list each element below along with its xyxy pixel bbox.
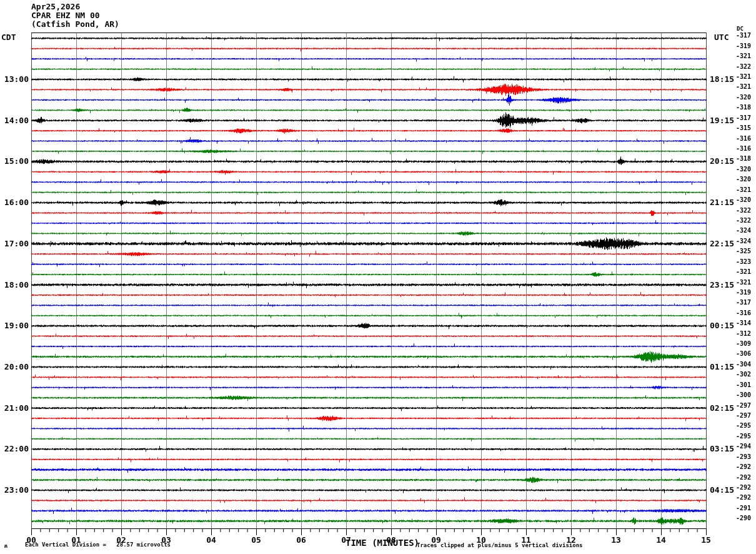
cdt-hour-label: 20:00 [0, 363, 29, 371]
dc-value: -314 [736, 320, 751, 326]
minute-tick-label: 06 [289, 536, 314, 544]
dc-value: -297 [736, 413, 751, 419]
dc-value: -322 [736, 218, 751, 224]
dc-value: -317 [736, 300, 751, 306]
dc-value: -324 [736, 228, 751, 234]
dc-value: -306 [736, 351, 751, 357]
dc-value: -293 [736, 454, 751, 460]
dc-value: -300 [736, 392, 751, 398]
dc-value: -291 [736, 505, 751, 511]
cdt-hour-label: 18:00 [0, 281, 29, 289]
right-timezone-label: UTC [714, 33, 729, 41]
dc-value: -290 [736, 515, 751, 521]
utc-hour-label: 19:15 [710, 116, 734, 124]
cdt-hour-label: 14:00 [0, 116, 29, 124]
minute-tick-label: 13 [604, 536, 629, 544]
helicorder-screen: Apr25,2026 CPAR EHZ NM 00 (Catfish Pond,… [0, 0, 756, 554]
minute-tick-label: 05 [244, 536, 269, 544]
dc-value: -317 [736, 33, 751, 39]
dc-value: -295 [736, 423, 751, 429]
dc-value: -320 [736, 176, 751, 183]
utc-hour-label: 04:15 [710, 486, 734, 494]
dc-value: -321 [736, 187, 751, 193]
cdt-hour-label: 19:00 [0, 321, 29, 330]
dc-value: -304 [736, 361, 751, 368]
dc-value: -321 [736, 280, 751, 286]
dc-value: -301 [736, 382, 751, 388]
dc-value: -315 [736, 125, 751, 131]
corner-mark: ʍ [4, 544, 7, 549]
utc-hour-label: 01:15 [710, 363, 734, 371]
dc-value: -321 [736, 53, 751, 59]
dc-value: -320 [736, 166, 751, 173]
dc-value: -319 [736, 43, 751, 49]
header-station: CPAR EHZ NM 00 [31, 11, 100, 19]
minute-tick-label: 14 [649, 536, 674, 544]
dc-value: -321 [736, 269, 751, 275]
clip-note: Traces clipped at plus/minus 5 vertical … [417, 543, 583, 548]
cdt-hour-label: 23:00 [0, 486, 29, 494]
utc-hour-label: 22:15 [710, 239, 734, 248]
minute-tick-label: 04 [199, 536, 224, 544]
header-location: (Catfish Pond, AR) [31, 20, 119, 28]
dc-value: -295 [736, 433, 751, 440]
utc-hour-label: 02:15 [710, 404, 734, 412]
dc-column-label: DC [737, 26, 744, 32]
dc-value: -292 [736, 475, 751, 481]
cdt-hour-label: 22:00 [0, 445, 29, 453]
dc-value: -316 [736, 146, 751, 152]
cdt-hour-label: 13:00 [0, 75, 29, 83]
dc-value: -309 [736, 341, 751, 347]
dc-value: -319 [736, 290, 751, 296]
dc-value: -321 [736, 84, 751, 90]
dc-value: -325 [736, 248, 751, 254]
dc-value: -302 [736, 371, 751, 378]
utc-hour-label: 23:15 [710, 281, 734, 289]
utc-hour-label: 03:15 [710, 445, 734, 453]
dc-value: -318 [736, 104, 751, 111]
dc-value: -318 [736, 156, 751, 162]
utc-hour-label: 18:15 [710, 75, 734, 83]
cdt-hour-label: 15:00 [0, 157, 29, 165]
dc-value: -316 [736, 136, 751, 142]
utc-hour-label: 21:15 [710, 198, 734, 206]
dc-value: -297 [736, 403, 751, 409]
dc-value: -316 [736, 310, 751, 316]
cdt-hour-label: 21:00 [0, 404, 29, 412]
dc-value: -324 [736, 238, 751, 244]
dc-value: -322 [736, 64, 751, 70]
utc-hour-label: 20:15 [710, 157, 734, 165]
dc-value: -320 [736, 94, 751, 101]
cdt-hour-label: 16:00 [0, 198, 29, 206]
header-date: Apr25,2026 [31, 3, 80, 11]
dc-value: -320 [736, 197, 751, 203]
left-timezone-label: CDT [1, 33, 16, 41]
dc-value: -322 [736, 208, 751, 214]
dc-value: -292 [736, 495, 751, 501]
dc-value: -294 [736, 443, 751, 450]
utc-hour-label: 00:15 [710, 321, 734, 330]
minute-tick-label: 15 [694, 536, 719, 544]
cdt-hour-label: 17:00 [0, 239, 29, 248]
dc-value: -292 [736, 464, 751, 470]
dc-value: -323 [736, 259, 751, 265]
helicorder-canvas [0, 0, 756, 554]
x-axis-title: TIME (MINUTES) [346, 538, 419, 547]
dc-value: -292 [736, 485, 751, 491]
dc-value: -312 [736, 331, 751, 337]
vertical-scale-note: Each Vertical Division = 28.57 microvolt… [25, 542, 171, 548]
dc-value: -321 [736, 74, 751, 80]
dc-value: -317 [736, 115, 751, 121]
